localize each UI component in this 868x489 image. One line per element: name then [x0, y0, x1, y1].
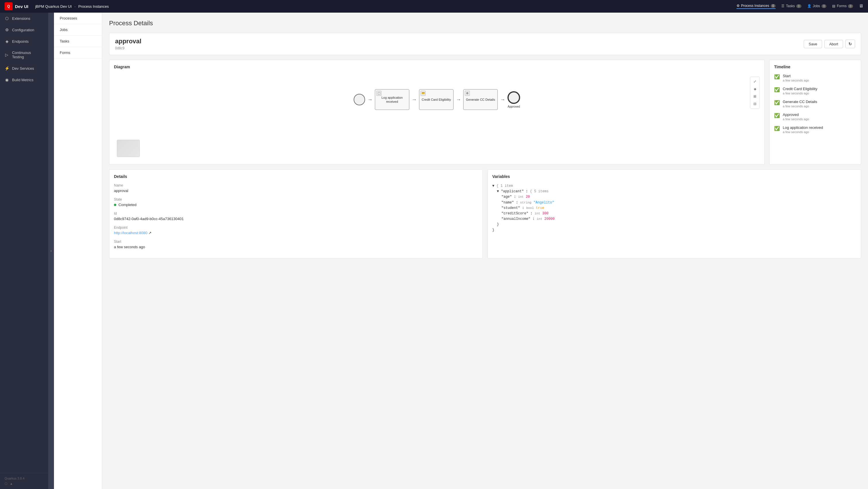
- sidebar-footer: Quarkus 3.8.4 ⬡ ▲: [0, 473, 48, 489]
- sub-sidebar-processes-label: Processes: [60, 16, 77, 20]
- save-button[interactable]: Save: [804, 40, 822, 48]
- process-actions: Save Abort ↻: [804, 40, 855, 48]
- external-link-icon: ↗: [148, 231, 152, 235]
- generate-cc-icon: ⚙: [465, 91, 470, 96]
- monitor-icon: 🖥: [859, 3, 863, 9]
- nav-tasks[interactable]: ☰ Tasks 0: [781, 4, 801, 9]
- process-instances-badge: 0: [771, 4, 776, 8]
- zoom-in-button[interactable]: ◈: [751, 86, 758, 92]
- diagram-section: Diagram → 📋 Log application received →: [109, 60, 765, 165]
- diagram-title: Diagram: [114, 65, 760, 69]
- log-application-node[interactable]: 📋 Log application received: [375, 89, 409, 110]
- json-root-collapse[interactable]: ▼: [492, 184, 494, 188]
- json-creditscore-key: "creditScore": [501, 211, 528, 216]
- status-dot: [114, 204, 116, 206]
- sidebar-item-continuous-testing[interactable]: ▷ Continuous Testing: [0, 47, 48, 63]
- continuous-testing-icon: ▷: [5, 53, 9, 57]
- timeline-item-start: ✅ Start a few seconds ago: [774, 74, 856, 82]
- nav-title: jBPM Quarkus Dev UI: [35, 4, 72, 9]
- app-name: Dev UI: [15, 4, 28, 9]
- build-metrics-label: Build Metrics: [12, 78, 33, 82]
- timeline-time-generate-cc: a few seconds ago: [783, 104, 817, 108]
- detail-endpoint-row: Endpoint http://localhost:8080 ↗: [114, 226, 478, 235]
- json-root-meta: { 1 item: [496, 184, 513, 188]
- main-content: Process Details approval 0d8c9 Save Abor…: [102, 12, 868, 489]
- refresh-button[interactable]: ↻: [845, 40, 855, 48]
- process-header: approval 0d8c9 Save Abort ↻: [109, 33, 861, 55]
- jobs-icon: 👤: [807, 4, 811, 8]
- configuration-icon: ⚙: [5, 28, 9, 32]
- timeline-check-icon-5: ✅: [774, 126, 780, 131]
- json-annualincome-key: "annualIncome": [501, 217, 530, 221]
- json-applicant-close: }: [497, 222, 499, 226]
- configuration-label: Configuration: [12, 28, 34, 32]
- credit-card-node[interactable]: 💳 Credit Card Eligibility: [419, 89, 454, 110]
- grid-button[interactable]: ⊟: [751, 100, 758, 107]
- sidebar-item-endpoints[interactable]: ◈ Endpoints: [0, 36, 48, 47]
- endpoint-link[interactable]: http://localhost:8080: [114, 231, 147, 235]
- sub-sidebar-jobs[interactable]: Jobs: [54, 24, 102, 36]
- log-application-icon: 📋: [376, 91, 381, 96]
- timeline-item-log-received: ✅ Log application received a few seconds…: [774, 125, 856, 134]
- nav-monitor[interactable]: 🖥: [859, 3, 863, 9]
- extensions-icon: ⬡: [5, 16, 9, 21]
- end-node: [507, 91, 520, 104]
- sub-sidebar-forms[interactable]: Forms: [54, 47, 102, 59]
- build-metrics-icon: ◉: [5, 77, 9, 82]
- timeline-label-approved: Approved: [783, 112, 809, 117]
- generate-cc-node[interactable]: ⚙ Generate CC Details: [463, 89, 498, 110]
- endpoints-icon: ◈: [5, 39, 9, 44]
- diagram-area: → 📋 Log application received → 💳 Credit …: [114, 74, 760, 160]
- forms-badge: 0: [848, 4, 853, 8]
- detail-name-value: approval: [114, 189, 478, 193]
- abort-button[interactable]: Abort: [825, 40, 843, 48]
- app-logo[interactable]: Q Dev UI: [5, 2, 28, 10]
- json-applicant-collapse[interactable]: ▼: [497, 189, 499, 193]
- process-id: 0d8c9: [115, 46, 142, 50]
- json-student-key: "student": [501, 206, 520, 210]
- process-instances-label: Process Instances: [741, 4, 769, 8]
- sidebar-bottom-icons: ⬡ ▲: [5, 482, 43, 486]
- arrow-2: →: [409, 97, 419, 103]
- variables-section: Variables ▼ { 1 item ▼ "applicant" : { 5…: [487, 169, 861, 259]
- credit-card-icon: 💳: [421, 91, 426, 96]
- timeline-info-4: Approved a few seconds ago: [783, 112, 809, 121]
- sub-sidebar-processes[interactable]: Processes: [54, 12, 102, 24]
- generate-cc-label: Generate CC Details: [464, 98, 497, 102]
- timeline-info-1: Start a few seconds ago: [783, 74, 809, 82]
- sidebar-item-dev-services[interactable]: ⚡ Dev Services: [0, 63, 48, 74]
- timeline-time-log-received: a few seconds ago: [783, 130, 823, 134]
- zoom-fit-button[interactable]: ⤢: [751, 78, 758, 85]
- nav-process-instances[interactable]: ⚙ Process Instances 0: [737, 4, 776, 9]
- approved-label: Approved: [508, 105, 520, 108]
- detail-state-label: State: [114, 197, 478, 201]
- sidebar-item-configuration[interactable]: ⚙ Configuration: [0, 24, 48, 36]
- timeline-label-generate-cc: Generate CC Details: [783, 100, 817, 104]
- json-student-type: bool: [526, 206, 534, 210]
- json-student-row: "student" : bool true: [501, 205, 856, 211]
- zoom-out-button[interactable]: ⊞: [751, 93, 758, 100]
- jobs-badge: 0: [822, 4, 827, 8]
- json-annualincome-type: int: [536, 217, 542, 221]
- timeline-item-generate-cc: ✅ Generate CC Details a few seconds ago: [774, 100, 856, 108]
- sidebar: ⬡ Extensions ⚙ Configuration ◈ Endpoints…: [0, 12, 48, 489]
- sidebar-icon-1[interactable]: ⬡: [5, 482, 7, 486]
- json-applicant-key: "applicant": [501, 189, 524, 193]
- sub-sidebar-forms-label: Forms: [60, 51, 70, 55]
- sub-sidebar-tasks[interactable]: Tasks: [54, 36, 102, 47]
- json-creditscore-row: "creditScore" : int 300: [501, 211, 856, 216]
- detail-start-row: Start a few seconds ago: [114, 240, 478, 249]
- nav-forms[interactable]: ▤ Forms 0: [832, 4, 853, 9]
- sidebar-icon-2[interactable]: ▲: [10, 482, 13, 486]
- timeline-check-icon-4: ✅: [774, 113, 780, 118]
- nav-jobs[interactable]: 👤 Jobs 0: [807, 4, 827, 9]
- json-name-row: "name" : string "Angelito": [501, 200, 856, 205]
- sidebar-item-extensions[interactable]: ⬡ Extensions: [0, 12, 48, 24]
- diagram-minimap: [117, 140, 140, 157]
- sub-sidebar: Processes Jobs Tasks Forms: [54, 12, 102, 489]
- continuous-testing-label: Continuous Testing: [12, 51, 43, 59]
- sidebar-item-build-metrics[interactable]: ◉ Build Metrics: [0, 74, 48, 86]
- json-name-type: string: [520, 201, 532, 204]
- start-node: [353, 94, 365, 105]
- sidebar-collapse-button[interactable]: ‹: [48, 12, 54, 489]
